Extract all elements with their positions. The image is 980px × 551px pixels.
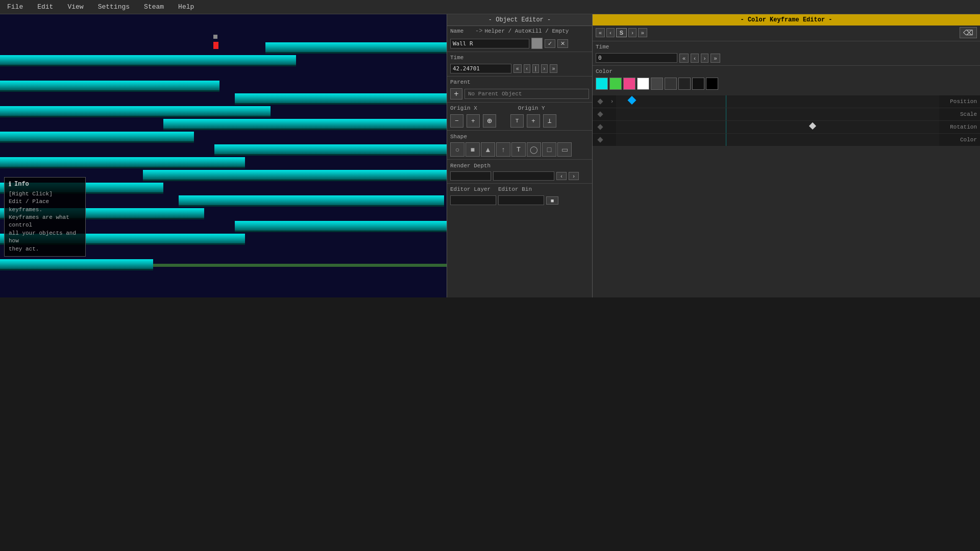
kf-left-diamond-color: [597, 137, 603, 142]
shape-text[interactable]: T: [511, 142, 526, 157]
origin-x-label: Origin X: [450, 105, 477, 111]
close-obj-btn[interactable]: ✕: [557, 39, 568, 48]
info-icon: ℹ: [9, 181, 11, 188]
origin-y-plus[interactable]: +: [527, 114, 540, 128]
kf-track-position[interactable]: [616, 95, 939, 108]
shape-outline-rect[interactable]: ▭: [557, 142, 572, 157]
ckf-time-ff-fwd[interactable]: »: [710, 54, 720, 63]
kf-gridline-scale: [726, 108, 726, 120]
time-nav-ff-fwd[interactable]: »: [550, 64, 558, 73]
kf-diamond-rotation: [809, 122, 816, 130]
color-kf-editor-panel: - Color Keyframe Editor - « ‹ S › » ⌫ Ti…: [592, 14, 980, 297]
ckf-nav-fwd[interactable]: ›: [628, 28, 636, 37]
color-swatch-black[interactable]: [706, 78, 718, 90]
shape-arrow-up[interactable]: ↑: [496, 142, 510, 157]
kf-label-rotation: Rotation: [939, 124, 980, 130]
render-depth-input-2[interactable]: [493, 171, 554, 181]
name-arrow: ->: [475, 28, 482, 35]
platform-6: [163, 119, 447, 130]
editor-layer-label: Editor Layer: [450, 186, 496, 192]
game-viewport[interactable]: ℹ Info [Right Click] Edit / Place keyfra…: [0, 14, 447, 297]
color-swatch-white[interactable]: [637, 78, 649, 90]
object-name-input[interactable]: [450, 39, 529, 48]
platform-8: [214, 144, 447, 156]
menu-edit[interactable]: Edit: [34, 2, 56, 12]
helper-links[interactable]: Helper / AutoKill / Empty: [484, 28, 569, 34]
kf-arrow-position: ›: [608, 98, 616, 105]
player-sprite: [213, 42, 218, 49]
info-title-text: Info: [14, 181, 29, 188]
info-rightclick: [Right Click]: [9, 190, 81, 198]
shape-triangle[interactable]: ▲: [481, 142, 495, 157]
editor-layer-input[interactable]: [450, 195, 496, 205]
confirm-btn[interactable]: ✓: [545, 39, 555, 48]
color-swatch-pink[interactable]: [623, 78, 635, 90]
platform-3: [0, 106, 271, 117]
menu-help[interactable]: Help: [175, 2, 197, 12]
shape-square[interactable]: ■: [465, 142, 480, 157]
kf-row-position: › Position: [593, 95, 980, 108]
kf-track-color[interactable]: [616, 134, 939, 146]
ckf-nav-ff-back[interactable]: «: [596, 28, 605, 37]
color-swatch-green[interactable]: [609, 78, 622, 90]
editor-bin-input[interactable]: [498, 195, 544, 205]
shape-outline-square[interactable]: □: [542, 142, 556, 157]
origin-x-minus[interactable]: −: [450, 114, 463, 128]
color-swatch-gray3[interactable]: [678, 78, 691, 90]
shape-outline-circle[interactable]: ◯: [527, 142, 541, 157]
kf-gridline-color: [726, 134, 726, 146]
ckf-delete-btn[interactable]: ⌫: [960, 27, 977, 38]
time-nav-center[interactable]: |: [532, 64, 539, 73]
render-depth-label: Render Depth: [447, 161, 592, 170]
platform-1: [265, 42, 447, 54]
time-nav-back[interactable]: ‹: [524, 64, 530, 73]
platform-4: [235, 93, 447, 105]
ckf-nav-back[interactable]: ‹: [606, 28, 615, 37]
origin-x-center[interactable]: ⊕: [483, 114, 496, 128]
platform-2: [0, 81, 219, 92]
origin-x-plus[interactable]: +: [467, 114, 480, 128]
shape-grid: ○ ■ ▲ ↑ T ◯ □ ▭: [447, 141, 592, 158]
menu-view[interactable]: View: [64, 2, 86, 12]
menu-file[interactable]: File: [4, 2, 26, 12]
color-swatch-gray4[interactable]: [692, 78, 704, 90]
color-swatch-gray2[interactable]: [665, 78, 677, 90]
render-depth-inc[interactable]: ›: [569, 172, 579, 180]
render-depth-input-1[interactable]: [450, 171, 491, 181]
time-nav-ff-back[interactable]: «: [513, 64, 522, 73]
kf-row-color: Color: [593, 134, 980, 146]
kf-label-scale: Scale: [939, 111, 980, 117]
origin-y-top[interactable]: T: [510, 114, 524, 128]
menu-steam[interactable]: Steam: [141, 2, 167, 12]
platform-10: [143, 170, 447, 181]
time-input[interactable]: [450, 64, 511, 73]
render-depth-dec[interactable]: ‹: [556, 172, 567, 180]
kf-label-position: Position: [939, 98, 980, 105]
kf-track-scale[interactable]: [616, 108, 939, 120]
ckf-time-back[interactable]: ‹: [691, 54, 699, 63]
origin-y-bottom[interactable]: ⊥: [543, 114, 556, 128]
kf-track-rotation[interactable]: [616, 121, 939, 133]
ckf-nav-ff-fwd[interactable]: »: [638, 28, 647, 37]
menu-settings[interactable]: Settings: [95, 2, 133, 12]
main-area: ℹ Info [Right Click] Edit / Place keyfra…: [0, 14, 980, 551]
color-swatch-cyan[interactable]: [596, 78, 608, 90]
ckf-time-label: Time: [596, 44, 619, 50]
ckf-color-label: Color: [596, 68, 619, 74]
platform-12: [179, 195, 444, 207]
ckf-time-fwd[interactable]: ›: [701, 54, 709, 63]
kf-gridline-rotation: [726, 121, 726, 133]
time-nav-fwd[interactable]: ›: [541, 64, 548, 73]
ckf-title: - Color Keyframe Editor -: [593, 14, 980, 26]
color-preview-box: [531, 38, 543, 49]
color-swatches-row: [593, 76, 980, 91]
player-marker: [213, 35, 217, 39]
editor-extra-btn[interactable]: ■: [546, 196, 558, 205]
ckf-time-input[interactable]: [596, 53, 677, 63]
color-swatch-dark[interactable]: [651, 78, 663, 90]
shape-circle[interactable]: ○: [450, 142, 464, 157]
platform-5: [0, 132, 194, 143]
add-parent-btn[interactable]: +: [450, 88, 462, 99]
ckf-nav-s[interactable]: S: [616, 28, 627, 37]
ckf-time-ff-back[interactable]: «: [679, 54, 689, 63]
